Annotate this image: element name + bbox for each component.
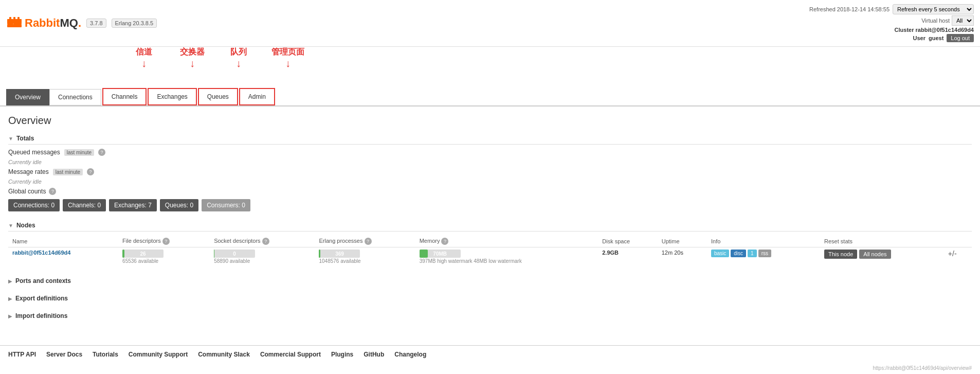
annotation-channels-label: 信道 xyxy=(136,47,152,58)
plus-minus-toggle[interactable]: +/- xyxy=(948,250,957,258)
global-counts-row: Global counts ? xyxy=(8,188,972,195)
footer-link-community-slack[interactable]: Community Slack xyxy=(198,351,250,358)
footer-link-commercial-support[interactable]: Commercial Support xyxy=(260,351,321,358)
message-rates-badge: last minute xyxy=(53,169,83,175)
totals-section-header[interactable]: ▼ Totals xyxy=(8,133,972,145)
col-reset: Reset stats xyxy=(820,236,944,247)
memory-val: 70MB xyxy=(433,251,447,257)
nav-item-channels[interactable]: Channels xyxy=(102,88,147,105)
message-rates-help-icon[interactable]: ? xyxy=(87,168,94,175)
consumers-button[interactable]: Consumers: 0 xyxy=(202,199,250,211)
erlang-avail: 1048576 available xyxy=(319,258,411,264)
footer-url: https://rabbit@0f51c14d69d4/api/overview… xyxy=(873,365,972,371)
svg-rect-4 xyxy=(13,17,15,20)
file-desc-fill xyxy=(122,250,124,258)
disk-val: 2.9GB xyxy=(602,250,653,256)
memory-cell: 70MB 397MB high watermark 48MB low water… xyxy=(415,247,598,266)
currently-idle-2: Currently idle xyxy=(8,179,972,185)
page-title: Overview xyxy=(8,115,972,127)
import-section: ▶ Import definitions xyxy=(8,309,972,323)
nodes-section-header[interactable]: ▼ Nodes xyxy=(8,220,972,231)
col-socket-desc: Socket descriptors ? xyxy=(210,236,315,247)
currently-idle-1: Currently idle xyxy=(8,159,972,165)
nodes-section: ▼ Nodes Name File descriptors ? Socket d… xyxy=(8,220,972,266)
queues-button[interactable]: Queues: 0 xyxy=(160,199,198,211)
ports-title: Ports and contexts xyxy=(15,277,71,284)
footer-link-changelog[interactable]: Changelog xyxy=(394,351,426,358)
col-file-desc: File descriptors ? xyxy=(118,236,210,247)
memory-fill xyxy=(420,250,428,258)
memory-sub: 397MB high watermark 48MB low watermark xyxy=(420,258,594,264)
info-badge-rss[interactable]: rss xyxy=(758,250,771,257)
import-header[interactable]: ▶ Import definitions xyxy=(8,309,972,323)
nav-item-exchanges[interactable]: Exchanges xyxy=(148,88,196,105)
action-btns: This node All nodes xyxy=(824,250,940,259)
annotation-queues-arrow: ↓ xyxy=(236,58,241,69)
footer-link-github[interactable]: GitHub xyxy=(364,351,384,358)
erlang-bar: 369 xyxy=(319,250,360,258)
file-desc-val: 26 xyxy=(140,251,146,257)
message-rates-row: Message rates last minute ? xyxy=(8,168,972,175)
info-cell: basic disc 1 rss xyxy=(707,247,820,266)
nav-item-admin[interactable]: Admin xyxy=(239,88,275,105)
nav-wrapper: 信道 ↓ 交换器 ↓ 队列 ↓ 管理页面 ↓ Overview Connecti… xyxy=(0,47,980,106)
nav-item-overview[interactable]: Overview xyxy=(6,89,49,105)
user-row: User guest Log out xyxy=(913,34,974,42)
export-header[interactable]: ▶ Export definitions xyxy=(8,292,972,305)
file-desc-bar: 26 xyxy=(122,250,164,258)
footer-link-server-docs[interactable]: Server Docs xyxy=(46,351,82,358)
info-badge-num[interactable]: 1 xyxy=(748,250,757,257)
exchanges-button[interactable]: Exchanges: 7 xyxy=(109,199,157,211)
col-name: Name xyxy=(8,236,118,247)
queued-help-icon[interactable]: ? xyxy=(98,149,105,156)
plus-minus-cell: +/- xyxy=(944,247,972,266)
nav: Overview Connections Channels Exchanges … xyxy=(0,88,980,106)
footer-link-plugins[interactable]: Plugins xyxy=(331,351,353,358)
annotation-admin-label: 管理页面 xyxy=(271,47,304,58)
socket-desc-bar: 0 xyxy=(214,250,255,258)
channels-button[interactable]: Channels: 0 xyxy=(63,199,106,211)
annotation-channels: 信道 ↓ xyxy=(136,47,152,69)
nodes-section-title: Nodes xyxy=(16,222,35,229)
global-counts-label: Global counts xyxy=(8,188,46,195)
socket-desc-cell: 0 58890 available xyxy=(210,247,315,266)
logo: RabbitMQ. xyxy=(6,15,81,31)
svg-rect-3 xyxy=(17,17,20,20)
memory-bar: 70MB xyxy=(420,250,461,258)
nav-item-connections[interactable]: Connections xyxy=(49,89,101,105)
vhost-select[interactable]: All xyxy=(952,15,974,26)
info-badge-disc[interactable]: disc xyxy=(731,250,746,257)
cluster-label: Cluster xyxy=(895,27,914,33)
footer-link-tutorials[interactable]: Tutorials xyxy=(93,351,118,358)
nodes-table-header: Name File descriptors ? Socket descripto… xyxy=(8,236,972,247)
table-row: rabbit@0f51c14d69d4 26 65536 available xyxy=(8,247,972,266)
logo-area: RabbitMQ. 3.7.8 Erlang 20.3.8.5 xyxy=(6,15,157,31)
cluster-value: rabbit@0f51c14d69d4 xyxy=(916,27,974,33)
this-node-button[interactable]: This node xyxy=(824,250,857,259)
node-name-cell: rabbit@0f51c14d69d4 xyxy=(8,247,118,266)
annotation-channels-arrow: ↓ xyxy=(141,58,147,69)
info-badge-basic[interactable]: basic xyxy=(711,250,729,257)
import-title: Import definitions xyxy=(15,312,67,319)
header: RabbitMQ. 3.7.8 Erlang 20.3.8.5 Refreshe… xyxy=(0,0,980,47)
footer: HTTP API Server Docs Tutorials Community… xyxy=(0,345,980,363)
nav-item-queues[interactable]: Queues xyxy=(198,88,238,105)
file-desc-cell: 26 65536 available xyxy=(118,247,210,266)
all-nodes-button[interactable]: All nodes xyxy=(859,250,891,259)
info-badges: basic disc 1 rss xyxy=(711,250,816,257)
erlang-cell: 369 1048576 available xyxy=(315,247,415,266)
footer-link-http-api[interactable]: HTTP API xyxy=(8,351,36,358)
ports-header[interactable]: ▶ Ports and contexts xyxy=(8,274,972,288)
refreshed-timestamp: Refreshed 2018-12-14 14:58:55 xyxy=(809,6,890,12)
export-title: Export definitions xyxy=(15,295,68,302)
annotation-admin: 管理页面 ↓ xyxy=(271,47,304,69)
footer-link-community-support[interactable]: Community Support xyxy=(129,351,188,358)
connections-button[interactable]: Connections: 0 xyxy=(8,199,60,211)
logout-button[interactable]: Log out xyxy=(947,34,974,42)
disk-cell: 2.9GB xyxy=(598,247,657,266)
main-content: Overview ▼ Totals Queued messages last m… xyxy=(0,106,980,335)
socket-desc-fill xyxy=(214,250,214,258)
queued-messages-row: Queued messages last minute ? xyxy=(8,149,972,156)
global-counts-help-icon[interactable]: ? xyxy=(49,188,56,195)
refresh-select[interactable]: Refresh every 5 seconds Refresh every 10… xyxy=(893,4,974,14)
